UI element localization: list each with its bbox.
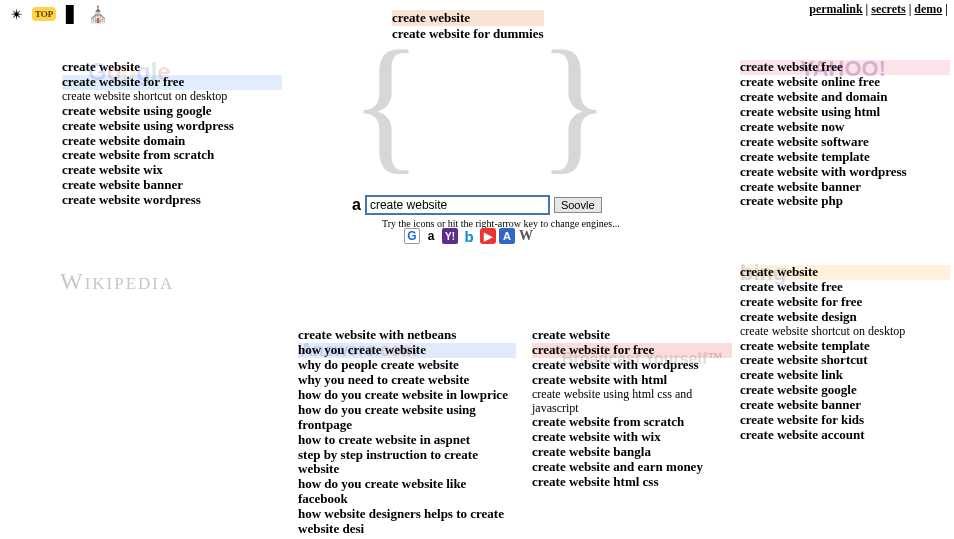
suggestion-item[interactable]: create website — [740, 265, 950, 280]
demo-link[interactable]: demo — [914, 2, 942, 16]
suggestion-item[interactable]: create website design — [740, 310, 950, 325]
engine-answers-icon[interactable]: A — [499, 228, 515, 244]
search-row: a Soovle — [352, 195, 602, 215]
engine-google-icon[interactable]: G — [404, 228, 420, 244]
suggestion-item[interactable]: create website banner — [62, 178, 282, 193]
bing-suggestions: create websitecreate website freecreate … — [740, 265, 950, 443]
toolbar: ✴ TOP ▋ ⛪ — [6, 4, 108, 24]
suggestion-item[interactable]: create website link — [740, 368, 950, 383]
suggestion-item[interactable]: create website with netbeans — [298, 328, 516, 343]
top-links: permalink | secrets | demo | — [809, 2, 948, 17]
logo-braces: {} — [350, 28, 610, 178]
suggestion-item[interactable]: create website bangla — [532, 445, 732, 460]
suggestion-item[interactable]: why do people create website — [298, 358, 516, 373]
suggestion-item[interactable]: create website from scratch — [532, 415, 732, 430]
answers-suggestions: create website with netbeanshow you crea… — [298, 328, 516, 537]
suggestion-item[interactable]: create website wix — [62, 163, 282, 178]
suggestion-item[interactable]: create website with wordpress — [740, 165, 950, 180]
book-icon[interactable]: ▋ — [62, 4, 82, 24]
suggestion-item[interactable]: create website account — [740, 428, 950, 443]
suggestion-item[interactable]: create website and earn money — [532, 460, 732, 475]
suggestion-item[interactable]: create website for free — [532, 343, 732, 358]
soovle-button[interactable]: Soovle — [554, 197, 602, 213]
suggestion-item[interactable]: how do you create website using frontpag… — [298, 403, 516, 433]
permalink-link[interactable]: permalink — [809, 2, 862, 16]
suggestion-item[interactable]: why you need to create website — [298, 373, 516, 388]
engine-youtube-icon[interactable]: ▶ — [480, 228, 496, 244]
suggestion-item[interactable]: create website domain — [62, 134, 282, 149]
search-input[interactable] — [365, 195, 550, 215]
suggestion-item[interactable]: create website shortcut on desktop — [740, 325, 950, 339]
suggestion-item[interactable]: create website banner — [740, 180, 950, 195]
suggestion-item[interactable]: how you create website — [298, 343, 516, 358]
suggestion-item[interactable]: create website template — [740, 150, 950, 165]
suggestion-item[interactable]: create website — [532, 328, 732, 343]
suggestion-item[interactable]: create website for kids — [740, 413, 950, 428]
suggestion-item[interactable]: create website online free — [740, 75, 950, 90]
suggestion-item[interactable]: create website — [392, 10, 544, 26]
suggestion-item[interactable]: create website banner — [740, 398, 950, 413]
secrets-link[interactable]: secrets — [871, 2, 905, 16]
suggestion-item[interactable]: create website php — [740, 194, 950, 209]
suggestion-item[interactable]: create website from scratch — [62, 148, 282, 163]
bookmark-icon[interactable]: ⛪ — [88, 4, 108, 24]
amazon-icon: a — [352, 196, 361, 214]
suggestion-item[interactable]: how do you create website like facebook — [298, 477, 516, 507]
suggestion-item[interactable]: create website shortcut — [740, 353, 950, 368]
engine-icons: G a Y! b ▶ A W — [404, 228, 534, 244]
suggestion-item[interactable]: create website and domain — [740, 90, 950, 105]
suggestion-item[interactable]: create website wordpress — [62, 193, 282, 208]
wikipedia-logo: Wikipedia — [60, 268, 174, 295]
suggestion-item[interactable]: create website google — [740, 383, 950, 398]
engine-wikipedia-icon[interactable]: W — [518, 228, 534, 244]
suggestion-item[interactable]: create website for free — [62, 75, 282, 90]
suggestion-item[interactable]: how to create website in aspnet — [298, 433, 516, 448]
top-button[interactable]: TOP — [32, 7, 56, 21]
saved-icon[interactable]: ✴ — [6, 4, 26, 24]
suggestion-item[interactable]: create website with wix — [532, 430, 732, 445]
suggestion-item[interactable]: create website with wordpress — [532, 358, 732, 373]
suggestion-item[interactable]: create website html css — [532, 475, 732, 490]
suggestion-item[interactable]: create website software — [740, 135, 950, 150]
suggestion-item[interactable]: how website designers helps to create we… — [298, 507, 516, 537]
suggestion-item[interactable]: how do you create website in lowprice — [298, 388, 516, 403]
engine-amazon-icon[interactable]: a — [423, 228, 439, 244]
suggestion-item[interactable]: create website now — [740, 120, 950, 135]
suggestion-item[interactable]: create website for dummies — [392, 26, 544, 42]
suggestion-item[interactable]: create website using google — [62, 104, 282, 119]
suggestion-item[interactable]: create website free — [740, 280, 950, 295]
suggestion-item[interactable]: step by step instruction to create websi… — [298, 448, 516, 478]
suggestion-item[interactable]: create website using html — [740, 105, 950, 120]
suggestion-item[interactable]: create website for free — [740, 295, 950, 310]
suggestion-item[interactable]: create website shortcut on desktop — [62, 90, 282, 104]
suggestion-item[interactable]: create website with html — [532, 373, 732, 388]
engine-bing-icon[interactable]: b — [461, 228, 477, 244]
amazon-suggestions: create websitecreate website for dummies — [392, 10, 544, 42]
suggestion-item[interactable]: create website using html css and javasc… — [532, 388, 732, 416]
engine-yahoo-icon[interactable]: Y! — [442, 228, 458, 244]
suggestion-item[interactable]: create website template — [740, 339, 950, 354]
youtube-suggestions: create websitecreate website for freecre… — [532, 328, 732, 490]
yahoo-suggestions: create website freecreate website online… — [740, 60, 950, 209]
suggestion-item[interactable]: create website free — [740, 60, 950, 75]
suggestion-item[interactable]: create website using wordpress — [62, 119, 282, 134]
suggestion-item[interactable]: create website — [62, 60, 282, 75]
google-suggestions: create websitecreate website for freecre… — [62, 60, 282, 208]
